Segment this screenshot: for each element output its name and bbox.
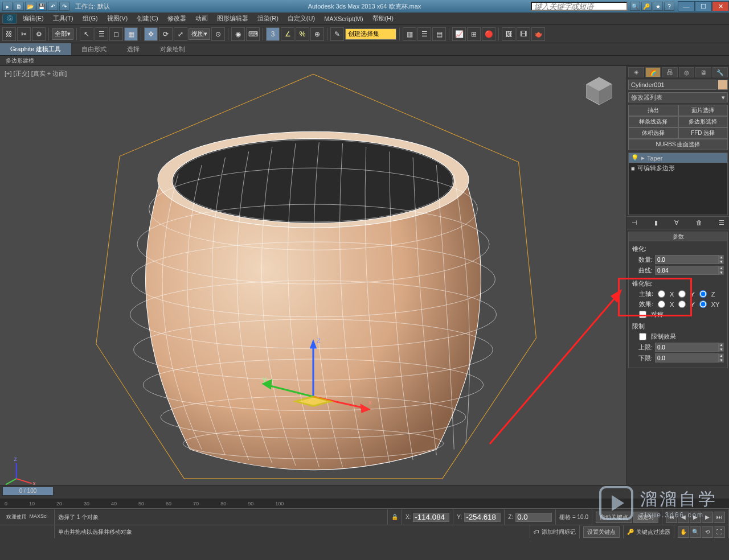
primary-y[interactable] (678, 290, 686, 298)
scale-icon[interactable]: ⤢ (174, 27, 187, 41)
star-icon[interactable]: ★ (653, 2, 663, 11)
keyfilter-icon[interactable]: 🔑 (627, 529, 634, 535)
display-tab-icon[interactable]: 🖥 (695, 67, 711, 77)
redo-icon[interactable]: ↷ (59, 2, 69, 11)
menu-grapheditors[interactable]: 图形编辑器 (214, 13, 252, 24)
nav-orbit-icon[interactable]: ⟲ (702, 526, 713, 538)
effect-xy[interactable] (699, 300, 707, 308)
object-color-swatch[interactable] (718, 80, 728, 90)
menu-group[interactable]: 组(G) (79, 13, 101, 24)
new-icon[interactable]: 🗎 (14, 2, 24, 11)
viewcube[interactable] (582, 74, 616, 108)
modbtn-splinesel[interactable]: 样条线选择 (628, 116, 678, 127)
layer-icon[interactable]: ▤ (432, 27, 446, 41)
lock-icon[interactable]: 🔒 (391, 514, 398, 520)
modbtn-nurbs[interactable]: NURBS 曲面选择 (628, 139, 728, 150)
key-icon[interactable]: 🔑 (641, 2, 652, 11)
search-icon[interactable]: 🔍 (630, 2, 640, 11)
modbtn-extrude[interactable]: 抽出 (628, 105, 678, 116)
pin-stack-icon[interactable]: ⊣ (632, 219, 637, 227)
modbtn-patchsel[interactable]: 面片选择 (678, 105, 728, 116)
modbtn-ffdsel[interactable]: FFD 选择 (678, 127, 728, 139)
select-name-icon[interactable]: ☰ (95, 27, 108, 41)
object-name-input[interactable] (628, 80, 716, 90)
effect-x[interactable] (658, 300, 665, 308)
modify-tab-icon[interactable]: 🌈 (645, 67, 661, 77)
curve-editor-icon[interactable]: 📈 (452, 27, 466, 41)
schematic-icon[interactable]: ⊞ (467, 27, 481, 41)
coord-z-input[interactable] (515, 513, 552, 522)
angle-snap-icon[interactable]: ∠ (281, 27, 294, 41)
render-icon[interactable]: 🫖 (531, 27, 545, 41)
viewport[interactable]: [+] [正交] [真实 + 边面] (0, 66, 626, 485)
rotate-icon[interactable]: ⟳ (159, 27, 173, 41)
menu-help[interactable]: 帮助(H) (369, 13, 397, 24)
window-crossing-icon[interactable]: ▦ (124, 27, 138, 41)
select-icon[interactable]: ↖ (80, 27, 93, 41)
utilities-tab-icon[interactable]: 🔧 (712, 67, 728, 77)
upper-input[interactable] (655, 343, 719, 352)
ref-coord-dropdown[interactable]: 视图 ▾ (189, 28, 210, 40)
menu-maxscript[interactable]: MAXScript(M) (321, 14, 366, 23)
menu-views[interactable]: 视图(V) (104, 13, 132, 24)
maximize-button[interactable]: ☐ (695, 1, 712, 11)
unlink-icon[interactable]: ✂ (17, 27, 31, 41)
show-end-icon[interactable]: ▮ (654, 219, 658, 227)
workspace-dropdown[interactable]: 工作台: 默认 (75, 2, 110, 11)
stack-item-editablepoly[interactable]: ■可编辑多边形 (629, 163, 727, 174)
close-button[interactable]: ✕ (712, 1, 729, 11)
nav-pan-icon[interactable]: ✋ (678, 526, 689, 538)
manipulate-icon[interactable]: ◉ (231, 27, 245, 41)
ribbon-tab-selection[interactable]: 选择 (117, 43, 150, 55)
keyboard-shortcut-icon[interactable]: ⌨ (246, 27, 260, 41)
configure-icon[interactable]: ☰ (719, 219, 724, 227)
ribbon-panel-label[interactable]: 多边形建模 (0, 56, 729, 66)
snap-icon[interactable]: 3 (266, 27, 280, 41)
make-unique-icon[interactable]: ∀ (674, 219, 679, 227)
timetag-icon[interactable]: 🏷 (534, 529, 539, 535)
modbtn-volsel[interactable]: 体积选择 (628, 127, 678, 139)
ribbon-tab-graphite[interactable]: Graphite 建模工具 (0, 43, 71, 55)
max-menu-icon[interactable]: ▸ (2, 2, 13, 11)
modifier-list-dropdown[interactable]: 修改器列表▾ (628, 92, 728, 102)
motion-tab-icon[interactable]: ◎ (679, 67, 695, 77)
select-rect-icon[interactable]: ◻ (109, 27, 123, 41)
stack-item-taper[interactable]: 💡▸Taper (629, 153, 727, 163)
open-icon[interactable]: 📂 (25, 2, 35, 11)
primary-x[interactable] (658, 290, 665, 298)
move-icon[interactable]: ✥ (144, 27, 158, 41)
primary-z[interactable] (699, 290, 707, 298)
coord-y-input[interactable] (464, 513, 501, 522)
app-logo-icon[interactable]: Ⓖ (2, 14, 17, 24)
create-tab-icon[interactable]: ✳ (628, 67, 644, 77)
rendered-frame-icon[interactable]: 🎞 (517, 27, 530, 41)
render-setup-icon[interactable]: 🖼 (502, 27, 515, 41)
mirror-icon[interactable]: ▥ (403, 27, 416, 41)
menu-rendering[interactable]: 渲染(R) (254, 13, 282, 24)
menu-animation[interactable]: 动画 (192, 13, 211, 24)
percent-snap-icon[interactable]: % (296, 27, 309, 41)
nav-zoom-icon[interactable]: 🔍 (690, 526, 701, 538)
material-editor-icon[interactable]: 🔴 (482, 27, 495, 41)
time-slider-thumb[interactable]: 0 / 100 (2, 487, 54, 496)
curve-down[interactable]: ▼ (719, 270, 724, 275)
menu-edit[interactable]: 编辑(E) (19, 13, 47, 24)
save-icon[interactable]: 💾 (36, 2, 47, 11)
remove-mod-icon[interactable]: 🗑 (696, 219, 702, 227)
modbtn-polysel[interactable]: 多边形选择 (678, 116, 728, 127)
curve-input[interactable] (655, 266, 719, 275)
nav-max-icon[interactable]: ⛶ (714, 526, 725, 538)
amount-down[interactable]: ▼ (719, 260, 724, 264)
help-icon[interactable]: ? (664, 2, 674, 11)
edit-selset-icon[interactable]: ✎ (330, 27, 344, 41)
align-icon[interactable]: ☰ (417, 27, 431, 41)
setkey-button[interactable]: 设置关键点 (583, 526, 620, 538)
ribbon-tab-objectpaint[interactable]: 对象绘制 (150, 43, 195, 55)
lower-input[interactable] (655, 353, 719, 363)
effect-y[interactable] (678, 300, 686, 308)
bind-icon[interactable]: ⚙ (32, 27, 46, 41)
undo-icon[interactable]: ↶ (48, 2, 58, 11)
symmetric-checkbox[interactable] (639, 311, 646, 318)
selection-filter-dropdown[interactable]: 全部 ▾ (52, 28, 73, 40)
modifier-stack[interactable]: 💡▸Taper ■可编辑多边形 (628, 153, 728, 215)
